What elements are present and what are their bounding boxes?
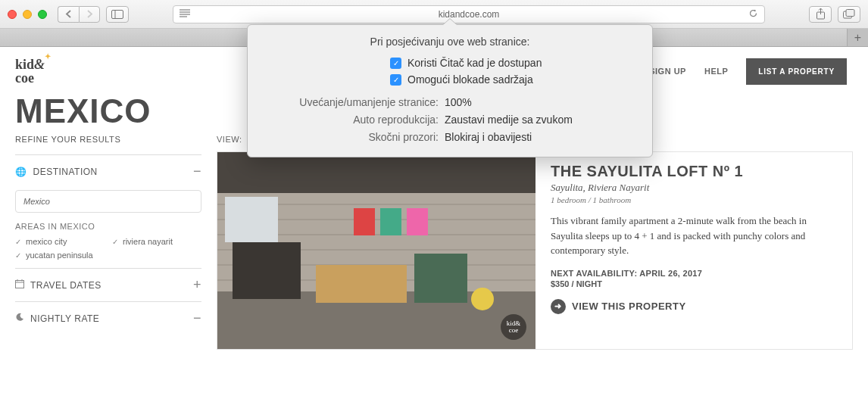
filter-destination: 🌐 DESTINATION − Mexico AREAS IN MEXICO ✓… (15, 154, 201, 268)
filter-destination-header[interactable]: 🌐 DESTINATION − (15, 164, 201, 179)
header-nav: SIGN UP HELP LIST A PROPERTY (649, 58, 847, 85)
tabs-button[interactable] (838, 6, 860, 23)
filter-travel-dates-label: TRAVEL DATES (30, 280, 101, 291)
check-icon: ✓ (15, 251, 21, 260)
logo-text-2: coe (15, 70, 34, 86)
check-icon: ✓ (15, 238, 21, 246)
close-window-button[interactable] (8, 10, 17, 19)
image-badge: kid& coe (501, 314, 526, 340)
view-label: VIEW: (217, 135, 242, 144)
svg-rect-10 (16, 281, 24, 288)
property-info: THE SAYULITA LOFT Nº 1 Sayulita, Riviera… (535, 152, 852, 349)
area-label: riviera nayarit (123, 237, 173, 246)
svg-rect-30 (407, 208, 428, 235)
page-title: MEXICO (15, 92, 201, 130)
svg-rect-24 (233, 242, 301, 299)
property-image[interactable]: kid& coe (217, 152, 535, 349)
maximize-window-button[interactable] (38, 10, 47, 19)
arrow-right-icon: ➜ (551, 299, 566, 314)
filter-nightly-rate-header[interactable]: NIGHTLY RATE − (15, 310, 201, 326)
view-property-label: VIEW THIS PROPERTY (572, 301, 686, 312)
new-tab-button[interactable]: + (847, 29, 868, 46)
svg-rect-29 (380, 208, 401, 235)
logo-amp: & (34, 57, 45, 72)
svg-rect-28 (354, 208, 375, 235)
zoom-value[interactable]: 100% (445, 96, 652, 108)
area-label: yucatan peninsula (26, 251, 93, 260)
reader-checkbox-row[interactable]: ✓ Koristi Čitač kad je dostupan (390, 57, 652, 69)
sidebar-toggle-button[interactable] (106, 6, 129, 23)
popups-label: Skočni prozori: (248, 131, 445, 143)
expand-icon: + (193, 277, 201, 293)
view-property-link[interactable]: ➜ VIEW THIS PROPERTY (551, 299, 837, 314)
globe-icon: 🌐 (15, 167, 27, 177)
popups-value[interactable]: Blokiraj i obavijesti (445, 131, 652, 143)
filters-sidebar: MEXICO REFINE YOUR RESULTS 🌐 DESTINATION… (15, 92, 201, 405)
areas-label: AREAS IN MEXICO (15, 222, 201, 231)
site-settings-popover: Pri posjećivanju ove web stranice: ✓ Kor… (247, 24, 653, 157)
checkbox-checked-icon: ✓ (390, 74, 401, 86)
autoplay-label: Auto reprodukcija: (248, 114, 445, 126)
refine-label: REFINE YOUR RESULTS (15, 135, 201, 144)
minimize-window-button[interactable] (23, 10, 32, 19)
property-listing: kid& coe THE SAYULITA LOFT Nº 1 Sayulita… (217, 151, 853, 350)
list-property-button[interactable]: LIST A PROPERTY (746, 58, 847, 85)
svg-rect-31 (225, 197, 278, 242)
destination-input[interactable]: Mexico (15, 190, 201, 213)
reader-checkbox-label: Koristi Čitač kad je dostupan (407, 57, 542, 69)
property-location: Sayulita, Riviera Nayarit (551, 182, 837, 194)
share-button[interactable] (809, 6, 832, 23)
svg-rect-26 (414, 254, 467, 303)
property-availability: NEXT AVAILABILITY: APRIL 26, 2017 (551, 269, 837, 278)
filter-travel-dates-header[interactable]: TRAVEL DATES + (15, 277, 201, 293)
content-blockers-checkbox-label: Omogući blokade sadržaja (407, 73, 533, 86)
popover-title: Pri posjećivanju ove web stranice: (248, 36, 652, 48)
area-item[interactable]: ✓mexico city (15, 237, 105, 246)
filter-nightly-rate-label: NIGHTLY RATE (30, 313, 99, 324)
svg-rect-25 (316, 265, 407, 303)
reader-icon[interactable] (180, 9, 190, 20)
svg-rect-0 (112, 10, 123, 18)
property-description: This vibrant family apartment a 2-minute… (551, 213, 837, 258)
autoplay-value[interactable]: Zaustavi medije sa zvukom (445, 114, 652, 126)
area-item[interactable]: ✓yucatan peninsula (15, 251, 105, 260)
property-price: $350 / NIGHT (551, 279, 837, 288)
back-button[interactable] (58, 6, 79, 23)
svg-point-27 (471, 288, 494, 310)
filter-nightly-rate: NIGHTLY RATE − (15, 301, 201, 335)
filter-travel-dates: TRAVEL DATES + (15, 268, 201, 301)
reload-button[interactable] (748, 8, 758, 20)
area-label: mexico city (26, 237, 67, 246)
property-title: THE SAYULITA LOFT Nº 1 (551, 163, 837, 180)
content-blockers-checkbox-row[interactable]: ✓ Omogući blokade sadržaja (390, 73, 652, 86)
svg-rect-9 (846, 10, 854, 17)
forward-button[interactable] (79, 6, 100, 23)
collapse-icon: − (193, 164, 201, 179)
filter-destination-label: DESTINATION (33, 167, 98, 177)
window-controls (8, 10, 47, 19)
property-meta: 1 bedroom / 1 bathroom (551, 195, 837, 204)
navigation-buttons (58, 6, 100, 23)
checkbox-checked-icon: ✓ (390, 58, 401, 69)
help-link[interactable]: HELP (704, 67, 728, 76)
area-item[interactable]: ✓riviera nayarit (112, 237, 201, 246)
star-icon: ✦ (45, 53, 51, 61)
collapse-icon: − (193, 310, 201, 326)
moon-icon (15, 313, 24, 324)
site-logo[interactable]: kid& coe ✦ (15, 58, 45, 85)
signup-link[interactable]: SIGN UP (649, 67, 686, 76)
svg-rect-15 (217, 152, 535, 193)
zoom-label: Uvećanje/umanjenje stranice: (248, 96, 445, 108)
url-bar[interactable]: kidandcoe.com (173, 5, 765, 23)
logo-text-1: kid (15, 57, 34, 72)
calendar-icon (15, 279, 24, 291)
check-icon: ✓ (112, 238, 118, 246)
